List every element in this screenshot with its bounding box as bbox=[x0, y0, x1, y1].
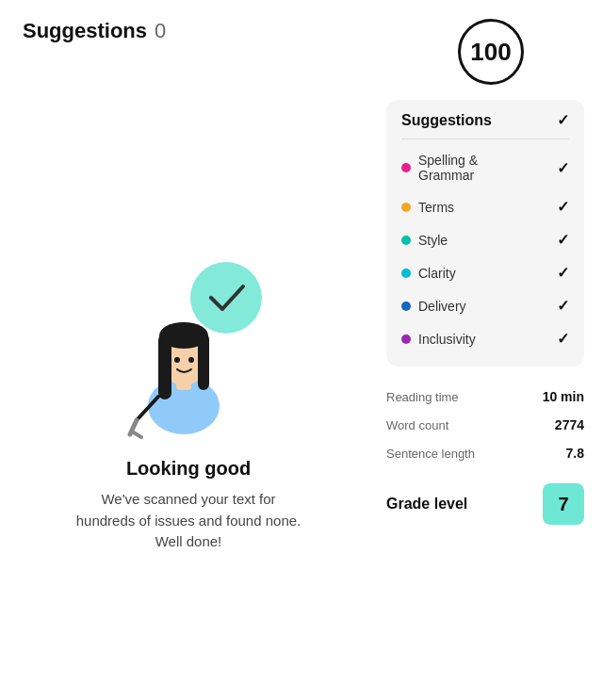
grade-level-label: Grade level bbox=[386, 496, 467, 513]
list-item[interactable]: Clarity ✓ bbox=[401, 256, 569, 289]
style-label: Style bbox=[418, 233, 448, 248]
svg-rect-6 bbox=[198, 334, 209, 390]
style-check: ✓ bbox=[557, 231, 569, 249]
right-panel: Suggestions ✓ Spelling &Grammar ✓ Terms … bbox=[377, 100, 603, 685]
category-header-label: Suggestions bbox=[401, 112, 492, 129]
reading-time-label: Reading time bbox=[386, 390, 459, 404]
inclusivity-dot bbox=[401, 334, 411, 344]
grade-level-row: Grade level 7 bbox=[386, 483, 584, 525]
score-circle: 100 bbox=[458, 19, 524, 85]
inclusivity-check: ✓ bbox=[557, 330, 569, 348]
suggestions-header: Suggestions 0 bbox=[23, 19, 166, 43]
word-count-label: Word count bbox=[386, 418, 448, 432]
clarity-label: Clarity bbox=[418, 266, 456, 281]
delivery-dot bbox=[401, 301, 411, 311]
reading-time-value: 10 min bbox=[543, 389, 584, 404]
suggestions-title: Suggestions bbox=[23, 19, 147, 43]
sentence-length-row: Sentence length 7.8 bbox=[386, 446, 584, 461]
category-header: Suggestions ✓ bbox=[401, 111, 569, 129]
category-header-check: ✓ bbox=[557, 111, 569, 129]
word-count-value: 2774 bbox=[555, 417, 584, 432]
looking-good-description: We've scanned your text for hundreds of … bbox=[75, 489, 302, 553]
reading-time-row: Reading time 10 min bbox=[386, 389, 584, 404]
terms-label: Terms bbox=[418, 200, 454, 215]
suggestions-count: 0 bbox=[155, 19, 166, 43]
list-item[interactable]: Style ✓ bbox=[401, 223, 569, 256]
looking-good-title: Looking good bbox=[126, 458, 251, 480]
svg-point-7 bbox=[174, 357, 180, 363]
clarity-dot bbox=[401, 269, 411, 278]
sentence-length-label: Sentence length bbox=[386, 447, 475, 461]
grade-level-badge: 7 bbox=[543, 483, 584, 525]
word-count-row: Word count 2774 bbox=[386, 417, 584, 432]
svg-point-8 bbox=[188, 357, 194, 363]
spelling-grammar-label: Spelling &Grammar bbox=[418, 153, 478, 183]
stats-section: Reading time 10 min Word count 2774 Sent… bbox=[386, 389, 584, 461]
style-dot bbox=[401, 236, 411, 245]
delivery-check: ✓ bbox=[557, 297, 569, 315]
list-item[interactable]: Inclusivity ✓ bbox=[401, 322, 569, 355]
svg-line-11 bbox=[132, 431, 141, 437]
list-item[interactable]: Terms ✓ bbox=[401, 190, 569, 223]
score-value: 100 bbox=[470, 38, 511, 67]
terms-check: ✓ bbox=[557, 198, 569, 216]
delivery-label: Delivery bbox=[418, 299, 466, 314]
inclusivity-label: Inclusivity bbox=[418, 332, 476, 347]
sentence-length-value: 7.8 bbox=[566, 446, 584, 461]
clarity-check: ✓ bbox=[557, 264, 569, 282]
svg-point-0 bbox=[190, 262, 262, 334]
terms-dot bbox=[401, 203, 411, 212]
illustration bbox=[94, 232, 283, 439]
spelling-grammar-dot bbox=[401, 163, 411, 172]
svg-rect-5 bbox=[158, 334, 171, 399]
category-list: Suggestions ✓ Spelling &Grammar ✓ Terms … bbox=[386, 100, 584, 366]
left-panel: Looking good We've scanned your text for… bbox=[0, 100, 377, 685]
list-item[interactable]: Spelling &Grammar ✓ bbox=[401, 145, 569, 190]
spelling-grammar-check: ✓ bbox=[557, 159, 569, 177]
list-item[interactable]: Delivery ✓ bbox=[401, 289, 569, 322]
